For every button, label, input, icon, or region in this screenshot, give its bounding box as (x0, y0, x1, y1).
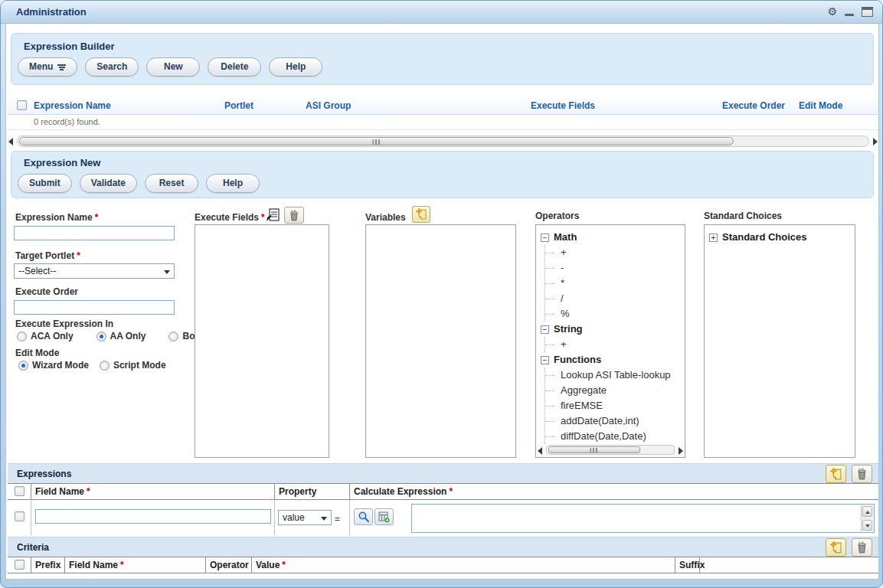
required-marker: * (87, 486, 90, 497)
lookup-button[interactable] (354, 508, 373, 525)
scroll-down-icon (865, 524, 870, 528)
col-execute-order[interactable]: Execute Order (722, 100, 785, 111)
collapse-icon[interactable]: − (541, 325, 549, 334)
help-button-2[interactable]: Help (206, 174, 260, 193)
menu-button[interactable]: Menu (18, 57, 77, 77)
operators-tree-panel[interactable]: − Math + - * / % − String (535, 224, 685, 458)
scroll-right-icon[interactable] (873, 138, 878, 145)
tree-item-aggregate[interactable]: Aggregate (545, 383, 683, 398)
scrollbar-track[interactable] (17, 136, 869, 147)
standard-choices-tree-panel[interactable]: + Standard Choices (704, 224, 855, 458)
execute-expression-in-label: Execute Expression In (15, 318, 113, 329)
tree-item-modulo[interactable]: % (545, 306, 683, 322)
property-select[interactable]: value (278, 510, 332, 525)
tree-item-minus[interactable]: - (545, 260, 683, 276)
tree-item-multiply[interactable]: * (545, 276, 683, 291)
expression-new-title: Expression New (24, 157, 100, 168)
radio-selected-icon[interactable] (18, 361, 28, 371)
radio-icon[interactable] (168, 332, 178, 341)
expressions-add-button[interactable] (826, 465, 846, 483)
magnifier-icon (358, 511, 370, 523)
execute-fields-delete-button[interactable] (284, 207, 304, 224)
pick-fields-icon[interactable] (266, 207, 281, 223)
search-button[interactable]: Search (85, 57, 139, 77)
criteria-section-bar: Criteria (8, 537, 878, 557)
scroll-left-icon[interactable] (538, 447, 542, 455)
expression-builder-button[interactable] (374, 508, 394, 525)
radio-icon[interactable] (17, 332, 27, 341)
radio-icon[interactable] (100, 361, 110, 371)
tree-item-lookup-asi-table[interactable]: Lookup ASI Table-lookup (545, 368, 683, 383)
collapse-icon[interactable]: − (541, 356, 549, 364)
scroll-down-button[interactable] (862, 520, 872, 531)
help-button[interactable]: Help (269, 57, 322, 77)
radio-script-mode[interactable]: Script Mode (100, 360, 166, 371)
tree-item-fireemse[interactable]: fireEMSE (545, 398, 683, 413)
col-asi-group[interactable]: ASI Group (306, 100, 351, 111)
col-portlet[interactable]: Portlet (224, 100, 253, 111)
validate-button[interactable]: Validate (80, 174, 137, 193)
col-edit-mode[interactable]: Edit Mode (799, 100, 842, 111)
standard-choices-label: Standard Choices (704, 211, 782, 221)
trash-icon (856, 541, 868, 554)
radio-aa-only[interactable]: AA Only (96, 331, 146, 341)
scrollbar-thumb[interactable] (548, 446, 640, 453)
criteria-add-button[interactable] (826, 538, 846, 557)
scroll-left-icon[interactable] (8, 138, 13, 145)
collapse-icon[interactable]: − (541, 234, 549, 242)
execute-fields-listbox[interactable] (195, 224, 329, 458)
minimize-icon[interactable] (845, 14, 854, 16)
tree-root-standard-choices[interactable]: + Standard Choices (709, 230, 853, 245)
tree-group-functions[interactable]: − Functions (541, 352, 683, 368)
col-expression-name[interactable]: Expression Name (34, 100, 111, 111)
new-button[interactable]: New (146, 57, 200, 77)
variables-listbox[interactable] (365, 224, 516, 458)
results-header-row: Expression Name Portlet ASI Group Execut… (8, 97, 878, 115)
scroll-up-button[interactable] (862, 506, 872, 517)
scrollbar-track[interactable] (546, 445, 675, 455)
col-prefix: Prefix (35, 560, 61, 570)
property-value: value (283, 512, 305, 523)
scroll-right-icon[interactable] (679, 447, 683, 455)
operators-horizontal-scrollbar[interactable] (537, 445, 684, 456)
gear-icon[interactable]: ⚙ (827, 5, 837, 18)
criteria-delete-button[interactable] (852, 538, 872, 557)
reset-button[interactable]: Reset (145, 174, 198, 193)
expand-icon[interactable]: + (709, 234, 718, 242)
col-value: Value* (256, 560, 286, 570)
new-note-icon (830, 541, 842, 554)
col-operator: Operator (210, 560, 249, 570)
target-portlet-select[interactable]: --Select-- (14, 263, 175, 279)
calculate-expression-textarea[interactable] (411, 504, 875, 533)
select-all-checkbox[interactable] (17, 100, 27, 110)
tree-group-string[interactable]: − String (541, 322, 683, 337)
radio-selected-icon[interactable] (96, 332, 106, 341)
tree-group-math[interactable]: − Math (541, 230, 683, 245)
textarea-vertical-scrollbar[interactable] (861, 505, 873, 531)
radio-aca-only[interactable]: ACA Only (17, 331, 74, 341)
criteria-select-all-checkbox[interactable] (15, 560, 25, 570)
radio-wizard-mode[interactable]: Wizard Mode (18, 360, 89, 371)
expressions-section-bar: Expressions (8, 463, 878, 483)
col-field-name: Field Name* (35, 486, 90, 497)
scrollbar-thumb[interactable] (19, 137, 734, 145)
col-execute-fields[interactable]: Execute Fields (531, 100, 595, 111)
tree-item-adddate[interactable]: addDate(Date,int) (545, 413, 683, 429)
expression-name-input[interactable] (14, 226, 175, 240)
execute-order-input[interactable] (14, 300, 175, 315)
tree-item-plus[interactable]: + (545, 245, 683, 260)
tree-item-diffdate[interactable]: diffDate(Date,Date) (545, 429, 683, 444)
expressions-delete-button[interactable] (852, 465, 872, 483)
add-variable-button[interactable] (412, 206, 430, 223)
row-checkbox[interactable] (15, 511, 25, 521)
expressions-select-all-checkbox[interactable] (15, 486, 25, 496)
submit-button[interactable]: Submit (18, 174, 72, 193)
field-name-input[interactable] (35, 509, 271, 524)
delete-button[interactable]: Delete (208, 57, 261, 77)
maximize-icon[interactable] (862, 7, 873, 17)
results-horizontal-scrollbar[interactable] (8, 136, 878, 148)
record-count-text: 0 record(s) found. (34, 117, 100, 126)
tree-item-concat[interactable]: + (545, 337, 683, 352)
expression-name-label: Expression Name* (15, 212, 98, 223)
tree-item-divide[interactable]: / (545, 291, 683, 306)
